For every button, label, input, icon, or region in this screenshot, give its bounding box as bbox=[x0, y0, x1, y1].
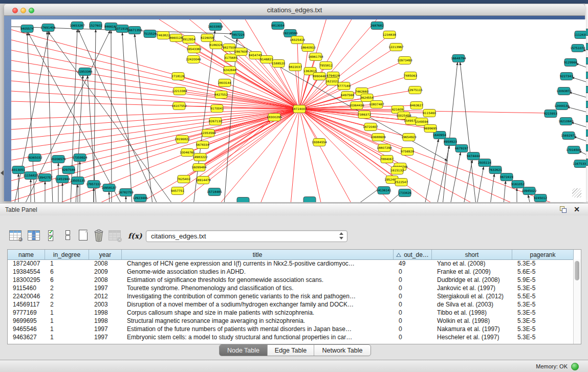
node-label: 9161052 bbox=[511, 183, 525, 186]
node-label: 9457751 bbox=[171, 189, 184, 192]
node-label: 2718126 bbox=[171, 75, 185, 78]
cell-pagerank: 5.3E-5 bbox=[512, 260, 574, 267]
node-label: 27691406 bbox=[40, 26, 56, 29]
tab-node-table[interactable]: Node Table bbox=[220, 345, 268, 356]
column-header-label: title bbox=[253, 251, 263, 258]
node-label: 9170041 bbox=[210, 107, 224, 110]
column-header-title[interactable]: title bbox=[122, 250, 394, 259]
table-row[interactable]: 2242004622012Investigating the contribut… bbox=[8, 292, 574, 300]
node-label: 9297588 bbox=[62, 168, 75, 171]
node-label: 11675333 bbox=[573, 162, 586, 165]
node-label: 15692971 bbox=[561, 134, 576, 137]
tab-network-table[interactable]: Network Table bbox=[314, 345, 371, 356]
table-row[interactable]: 1872400712008Changes of HCN gene express… bbox=[8, 259, 574, 268]
table-panel-title: Table Panel bbox=[5, 206, 37, 213]
network-node[interactable] bbox=[237, 198, 249, 203]
tab-edge-table[interactable]: Edge Table bbox=[268, 345, 314, 356]
node-label: 8267130 bbox=[209, 120, 222, 123]
table-row[interactable]: 946362711997Embryonic stem cells: a mode… bbox=[8, 333, 574, 341]
column-header-label: out_de… bbox=[404, 251, 429, 258]
node-label: 15751074 bbox=[570, 47, 585, 50]
table-panel-titlebar: Table Panel ✕ bbox=[0, 203, 588, 216]
cell-pagerank: 5.3E-5 bbox=[512, 309, 574, 316]
column-header-short[interactable]: short bbox=[432, 250, 512, 259]
node-label: 16648794 bbox=[451, 57, 466, 60]
scrollbar-thumb[interactable] bbox=[575, 261, 579, 280]
cell-out_de: 0 bbox=[394, 301, 432, 308]
cell-title: Estimation of significance thresholds fo… bbox=[122, 276, 394, 283]
node-label: 22420046 bbox=[186, 58, 201, 61]
cell-in_degree: 2 bbox=[45, 293, 89, 300]
insert-column-button[interactable] bbox=[28, 229, 41, 243]
cell-out_de: 0 bbox=[394, 325, 432, 333]
node-label: 8990448 bbox=[313, 75, 326, 78]
cell-year: 1998 bbox=[89, 317, 122, 324]
deselect-rows-button[interactable] bbox=[63, 229, 77, 243]
cell-out_de: 0 bbox=[394, 293, 432, 300]
node-label: 16543382 bbox=[186, 48, 202, 51]
node-label: 1640954 bbox=[433, 134, 446, 137]
network-canvas[interactable]: 9405574276914061065328715276028466160107… bbox=[11, 19, 586, 202]
table-row[interactable]: 946554611997Estimation of the future num… bbox=[8, 325, 574, 333]
node-label: 9699695 bbox=[424, 127, 437, 130]
delete-rows-button[interactable] bbox=[93, 229, 106, 243]
node-label: 18325419 bbox=[290, 38, 305, 41]
table-row[interactable]: 1456911722003Disruption of a novel membe… bbox=[8, 300, 574, 309]
column-header-out_de[interactable]: out_de… bbox=[394, 250, 432, 259]
node-label: 1621022 bbox=[325, 80, 339, 83]
cell-name: 9699695 bbox=[8, 317, 45, 324]
cell-name: 9463627 bbox=[8, 334, 45, 341]
table-select[interactable]: citations_edges.txt bbox=[146, 230, 347, 242]
network-nodes[interactable]: 9405574276914061065328715276028466160107… bbox=[12, 22, 586, 203]
node-label: 17359924 bbox=[72, 156, 88, 159]
column-header-pagerank[interactable]: pagerank bbox=[512, 250, 574, 259]
table-row[interactable]: 977716911998Corpus callosum shape and si… bbox=[8, 309, 574, 317]
cell-year: 2003 bbox=[89, 301, 122, 308]
cell-title: Changes of HCN gene expression and I(f) … bbox=[122, 260, 394, 267]
cell-in_degree: 1 bbox=[45, 325, 89, 333]
column-header-label: year bbox=[99, 251, 111, 258]
column-header-in_degree[interactable]: in_degree bbox=[45, 250, 89, 259]
select-all-rows-button[interactable] bbox=[47, 229, 60, 243]
node-label: 10807487 bbox=[369, 103, 384, 106]
node-label: 19654923 bbox=[401, 136, 417, 139]
node-label: 9405574 bbox=[20, 27, 34, 30]
network-node[interactable] bbox=[303, 197, 316, 203]
node-label: 1549594 bbox=[415, 120, 428, 123]
function-builder-button[interactable]: f(x) bbox=[128, 231, 141, 246]
cell-in_degree: 1 bbox=[45, 260, 89, 267]
cell-title: Disruption of a novel member of a sodium… bbox=[122, 301, 394, 308]
cell-pagerank: 5.3E-5 bbox=[512, 334, 574, 341]
cell-name: 9115460 bbox=[8, 285, 45, 292]
node-label: 11156829 bbox=[23, 174, 38, 177]
table-row[interactable]: 911546021997Tourette syndrome. Phenomeno… bbox=[8, 284, 574, 292]
panel-collapse-arrow-icon[interactable] bbox=[1, 170, 4, 176]
cell-pagerank: 5.6E-5 bbox=[512, 268, 574, 275]
combo-stepper-icon[interactable] bbox=[339, 232, 343, 240]
node-label: 6497568 bbox=[341, 94, 354, 97]
network-window-titlebar[interactable]: citations_edges.txt bbox=[4, 4, 585, 16]
close-panel-icon[interactable]: ✕ bbox=[574, 205, 580, 213]
memory-status-icon[interactable] bbox=[571, 363, 579, 370]
node-label: 9756928 bbox=[401, 150, 414, 153]
node-label: 7884067 bbox=[380, 158, 394, 161]
node-label: 8215953 bbox=[544, 112, 557, 115]
cell-in_degree: 2 bbox=[45, 285, 89, 292]
cell-pagerank: 5.5E-5 bbox=[512, 293, 574, 300]
vertical-scrollbar[interactable] bbox=[573, 259, 581, 344]
table-row[interactable]: 1830029562008Estimation of significance … bbox=[8, 276, 574, 284]
table-settings-button[interactable]: ⚙ bbox=[9, 229, 23, 243]
node-label: 16671358 bbox=[127, 29, 142, 32]
create-table-button[interactable] bbox=[78, 229, 91, 243]
table-row[interactable]: 1938455462009Genome-wide association stu… bbox=[8, 268, 574, 276]
float-panel-icon[interactable] bbox=[560, 206, 567, 213]
column-header-name[interactable]: name bbox=[8, 250, 45, 259]
node-label: 9242848 bbox=[223, 69, 236, 72]
node-label: 8822037 bbox=[289, 65, 302, 69]
cell-in_degree: 2 bbox=[45, 301, 89, 308]
column-header-year[interactable]: year bbox=[89, 250, 122, 259]
cell-short: Hescheler et al. (1997) bbox=[432, 334, 512, 341]
table-row[interactable]: 969969511998Structural magnetic resonanc… bbox=[8, 317, 574, 325]
canvas-resize-grip[interactable] bbox=[572, 188, 581, 198]
cell-pagerank: 5.3E-5 bbox=[512, 317, 574, 324]
